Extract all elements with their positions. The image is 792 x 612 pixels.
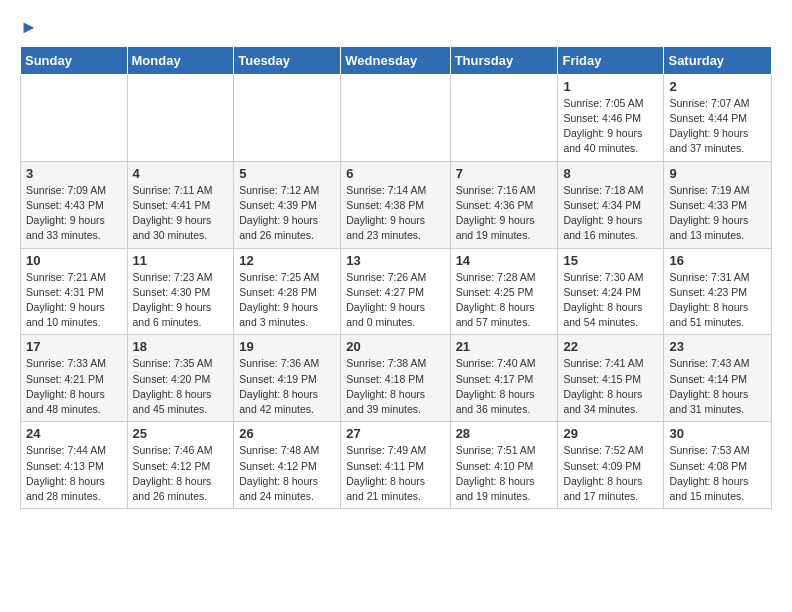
weekday-header: Saturday (664, 46, 772, 74)
day-info: Sunrise: 7:43 AMSunset: 4:14 PMDaylight:… (669, 356, 766, 417)
day-number: 26 (239, 426, 335, 441)
table-row: 29Sunrise: 7:52 AMSunset: 4:09 PMDayligh… (558, 422, 664, 509)
day-info: Sunrise: 7:41 AMSunset: 4:15 PMDaylight:… (563, 356, 658, 417)
day-number: 17 (26, 339, 122, 354)
day-info: Sunrise: 7:44 AMSunset: 4:13 PMDaylight:… (26, 443, 122, 504)
day-info: Sunrise: 7:14 AMSunset: 4:38 PMDaylight:… (346, 183, 444, 244)
day-info: Sunrise: 7:05 AMSunset: 4:46 PMDaylight:… (563, 96, 658, 157)
day-info: Sunrise: 7:36 AMSunset: 4:19 PMDaylight:… (239, 356, 335, 417)
table-row: 16Sunrise: 7:31 AMSunset: 4:23 PMDayligh… (664, 248, 772, 335)
table-row: 24Sunrise: 7:44 AMSunset: 4:13 PMDayligh… (21, 422, 128, 509)
day-number: 19 (239, 339, 335, 354)
day-info: Sunrise: 7:09 AMSunset: 4:43 PMDaylight:… (26, 183, 122, 244)
table-row: 19Sunrise: 7:36 AMSunset: 4:19 PMDayligh… (234, 335, 341, 422)
day-number: 28 (456, 426, 553, 441)
day-number: 2 (669, 79, 766, 94)
table-row (234, 74, 341, 161)
table-row: 4Sunrise: 7:11 AMSunset: 4:41 PMDaylight… (127, 161, 234, 248)
table-row: 1Sunrise: 7:05 AMSunset: 4:46 PMDaylight… (558, 74, 664, 161)
table-row: 22Sunrise: 7:41 AMSunset: 4:15 PMDayligh… (558, 335, 664, 422)
calendar-row: 3Sunrise: 7:09 AMSunset: 4:43 PMDaylight… (21, 161, 772, 248)
day-info: Sunrise: 7:11 AMSunset: 4:41 PMDaylight:… (133, 183, 229, 244)
logo: ► (20, 18, 38, 38)
calendar-row: 1Sunrise: 7:05 AMSunset: 4:46 PMDaylight… (21, 74, 772, 161)
table-row: 17Sunrise: 7:33 AMSunset: 4:21 PMDayligh… (21, 335, 128, 422)
table-row (450, 74, 558, 161)
day-number: 23 (669, 339, 766, 354)
table-row: 10Sunrise: 7:21 AMSunset: 4:31 PMDayligh… (21, 248, 128, 335)
day-info: Sunrise: 7:52 AMSunset: 4:09 PMDaylight:… (563, 443, 658, 504)
day-number: 6 (346, 166, 444, 181)
day-number: 30 (669, 426, 766, 441)
weekday-header: Friday (558, 46, 664, 74)
calendar-wrap: SundayMondayTuesdayWednesdayThursdayFrid… (0, 46, 792, 519)
day-info: Sunrise: 7:12 AMSunset: 4:39 PMDaylight:… (239, 183, 335, 244)
table-row: 30Sunrise: 7:53 AMSunset: 4:08 PMDayligh… (664, 422, 772, 509)
table-row (127, 74, 234, 161)
day-info: Sunrise: 7:18 AMSunset: 4:34 PMDaylight:… (563, 183, 658, 244)
day-number: 5 (239, 166, 335, 181)
day-number: 14 (456, 253, 553, 268)
table-row (21, 74, 128, 161)
day-info: Sunrise: 7:40 AMSunset: 4:17 PMDaylight:… (456, 356, 553, 417)
table-row: 23Sunrise: 7:43 AMSunset: 4:14 PMDayligh… (664, 335, 772, 422)
weekday-header: Wednesday (341, 46, 450, 74)
table-row: 13Sunrise: 7:26 AMSunset: 4:27 PMDayligh… (341, 248, 450, 335)
table-row: 15Sunrise: 7:30 AMSunset: 4:24 PMDayligh… (558, 248, 664, 335)
table-row: 11Sunrise: 7:23 AMSunset: 4:30 PMDayligh… (127, 248, 234, 335)
table-row: 21Sunrise: 7:40 AMSunset: 4:17 PMDayligh… (450, 335, 558, 422)
table-row: 26Sunrise: 7:48 AMSunset: 4:12 PMDayligh… (234, 422, 341, 509)
calendar-table: SundayMondayTuesdayWednesdayThursdayFrid… (20, 46, 772, 509)
day-info: Sunrise: 7:19 AMSunset: 4:33 PMDaylight:… (669, 183, 766, 244)
page-header: ► (0, 0, 792, 46)
day-info: Sunrise: 7:38 AMSunset: 4:18 PMDaylight:… (346, 356, 444, 417)
day-info: Sunrise: 7:16 AMSunset: 4:36 PMDaylight:… (456, 183, 553, 244)
day-number: 27 (346, 426, 444, 441)
day-number: 22 (563, 339, 658, 354)
table-row: 12Sunrise: 7:25 AMSunset: 4:28 PMDayligh… (234, 248, 341, 335)
day-number: 18 (133, 339, 229, 354)
table-row: 5Sunrise: 7:12 AMSunset: 4:39 PMDaylight… (234, 161, 341, 248)
weekday-header: Thursday (450, 46, 558, 74)
table-row: 20Sunrise: 7:38 AMSunset: 4:18 PMDayligh… (341, 335, 450, 422)
day-number: 11 (133, 253, 229, 268)
calendar-header: SundayMondayTuesdayWednesdayThursdayFrid… (21, 46, 772, 74)
day-number: 16 (669, 253, 766, 268)
calendar-body: 1Sunrise: 7:05 AMSunset: 4:46 PMDaylight… (21, 74, 772, 508)
day-number: 25 (133, 426, 229, 441)
table-row: 27Sunrise: 7:49 AMSunset: 4:11 PMDayligh… (341, 422, 450, 509)
day-number: 3 (26, 166, 122, 181)
day-info: Sunrise: 7:33 AMSunset: 4:21 PMDaylight:… (26, 356, 122, 417)
day-info: Sunrise: 7:48 AMSunset: 4:12 PMDaylight:… (239, 443, 335, 504)
day-info: Sunrise: 7:51 AMSunset: 4:10 PMDaylight:… (456, 443, 553, 504)
day-number: 13 (346, 253, 444, 268)
day-number: 29 (563, 426, 658, 441)
table-row: 6Sunrise: 7:14 AMSunset: 4:38 PMDaylight… (341, 161, 450, 248)
table-row: 7Sunrise: 7:16 AMSunset: 4:36 PMDaylight… (450, 161, 558, 248)
table-row: 2Sunrise: 7:07 AMSunset: 4:44 PMDaylight… (664, 74, 772, 161)
day-number: 8 (563, 166, 658, 181)
day-number: 20 (346, 339, 444, 354)
calendar-row: 17Sunrise: 7:33 AMSunset: 4:21 PMDayligh… (21, 335, 772, 422)
calendar-row: 10Sunrise: 7:21 AMSunset: 4:31 PMDayligh… (21, 248, 772, 335)
weekday-header: Tuesday (234, 46, 341, 74)
day-number: 10 (26, 253, 122, 268)
day-number: 24 (26, 426, 122, 441)
table-row (341, 74, 450, 161)
day-info: Sunrise: 7:46 AMSunset: 4:12 PMDaylight:… (133, 443, 229, 504)
day-number: 9 (669, 166, 766, 181)
table-row: 25Sunrise: 7:46 AMSunset: 4:12 PMDayligh… (127, 422, 234, 509)
day-info: Sunrise: 7:26 AMSunset: 4:27 PMDaylight:… (346, 270, 444, 331)
table-row: 9Sunrise: 7:19 AMSunset: 4:33 PMDaylight… (664, 161, 772, 248)
day-number: 15 (563, 253, 658, 268)
calendar-row: 24Sunrise: 7:44 AMSunset: 4:13 PMDayligh… (21, 422, 772, 509)
day-info: Sunrise: 7:07 AMSunset: 4:44 PMDaylight:… (669, 96, 766, 157)
day-info: Sunrise: 7:25 AMSunset: 4:28 PMDaylight:… (239, 270, 335, 331)
day-number: 7 (456, 166, 553, 181)
day-info: Sunrise: 7:23 AMSunset: 4:30 PMDaylight:… (133, 270, 229, 331)
day-info: Sunrise: 7:31 AMSunset: 4:23 PMDaylight:… (669, 270, 766, 331)
day-info: Sunrise: 7:28 AMSunset: 4:25 PMDaylight:… (456, 270, 553, 331)
table-row: 3Sunrise: 7:09 AMSunset: 4:43 PMDaylight… (21, 161, 128, 248)
day-info: Sunrise: 7:35 AMSunset: 4:20 PMDaylight:… (133, 356, 229, 417)
day-info: Sunrise: 7:30 AMSunset: 4:24 PMDaylight:… (563, 270, 658, 331)
